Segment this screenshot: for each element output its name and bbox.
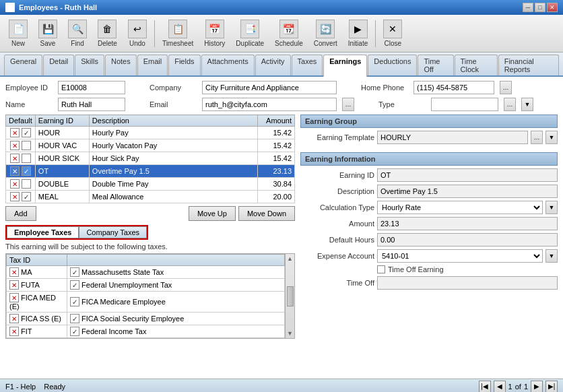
table-row[interactable]: ✕ HOUR VAC Hourly Vacaton Pay 15.42: [6, 139, 295, 152]
expense-account-select[interactable]: 5410-01: [377, 249, 543, 263]
earning-template-dropdown[interactable]: ▼: [545, 131, 558, 144]
type-dropdown[interactable]: ▼: [521, 98, 533, 111]
table-row[interactable]: ✕ ✓ OT Overtime Pay 1.5 23.13: [6, 165, 295, 178]
tab-timeoff[interactable]: Time Off: [418, 55, 453, 75]
check-box[interactable]: ✓: [70, 297, 79, 306]
tab-deductions[interactable]: Deductions: [368, 55, 417, 75]
tab-activity[interactable]: Activity: [255, 55, 291, 75]
move-up-button[interactable]: Move Up: [189, 206, 236, 221]
earning-template-browse[interactable]: …: [531, 131, 543, 144]
type-browse[interactable]: …: [504, 98, 516, 111]
delete-button[interactable]: 🗑 Delete: [93, 18, 122, 49]
tab-general[interactable]: General: [4, 55, 42, 75]
table-row[interactable]: ✕ ✓ MEAL Meal Allowance 20.00: [6, 191, 295, 203]
table-row[interactable]: ✕ HOUR SICK Hour Sick Pay 15.42: [6, 152, 295, 165]
history-button[interactable]: 📅 History: [199, 18, 230, 49]
earning-group-section: Earning Group Earning Template … ▼: [300, 115, 558, 147]
table-row[interactable]: ✕ ✓ HOUR Hourly Pay 15.42: [6, 127, 295, 139]
new-button[interactable]: 📄 New: [4, 18, 32, 49]
name-label: Name: [5, 100, 53, 108]
x-check[interactable]: ✕: [9, 314, 19, 323]
employee-id-field[interactable]: [58, 81, 125, 94]
duplicate-label: Duplicate: [236, 40, 264, 47]
x-check[interactable]: ✕: [10, 141, 20, 150]
earning-template-field[interactable]: [377, 131, 528, 144]
earning-id-cell: HOUR SICK: [35, 152, 89, 165]
tab-taxes[interactable]: Taxes: [292, 55, 323, 75]
last-page-button[interactable]: ▶|: [545, 381, 558, 393]
check-box[interactable]: ✓: [70, 327, 79, 336]
tab-earnings[interactable]: Earnings: [323, 55, 367, 77]
schedule-button[interactable]: 📆 Schedule: [270, 18, 308, 49]
company-field[interactable]: [202, 81, 337, 94]
description-row: Description: [300, 185, 558, 198]
check-box[interactable]: ✓: [70, 314, 79, 323]
description-field[interactable]: [377, 185, 558, 198]
tab-email[interactable]: Email: [137, 55, 168, 75]
expense-account-dropdown[interactable]: ▼: [545, 249, 558, 263]
duplicate-button[interactable]: 📑 Duplicate: [231, 18, 269, 49]
x-check[interactable]: ✕: [9, 327, 19, 336]
employee-taxes-tab[interactable]: Employee Taxes: [7, 226, 79, 238]
save-button[interactable]: 💾 Save: [34, 18, 62, 49]
home-phone-field[interactable]: [413, 81, 494, 94]
earning-template-label: Earning Template: [300, 133, 374, 141]
home-phone-browse[interactable]: …: [500, 81, 512, 94]
tab-detail[interactable]: Detail: [43, 55, 74, 75]
x-check[interactable]: ✕: [10, 179, 20, 189]
type-field[interactable]: [431, 98, 498, 111]
first-page-button[interactable]: |◀: [479, 381, 491, 393]
company-taxes-tab[interactable]: Company Taxes: [79, 226, 147, 238]
earning-id-field[interactable]: [377, 168, 558, 182]
tab-attachments[interactable]: Attachments: [201, 55, 255, 75]
move-down-button[interactable]: Move Down: [238, 206, 295, 221]
tab-fields[interactable]: Fields: [168, 55, 200, 75]
table-row[interactable]: ✕ DOUBLE Double Time Pay 30.84: [6, 178, 295, 191]
minimize-button[interactable]: ─: [523, 3, 533, 12]
check-box[interactable]: ✓: [70, 280, 79, 290]
close-button[interactable]: ✕ Close: [378, 18, 407, 49]
next-page-button[interactable]: ▶: [531, 381, 543, 393]
time-off-earning-check[interactable]: [377, 265, 385, 273]
check-box[interactable]: [22, 141, 31, 150]
name-field[interactable]: [58, 98, 125, 111]
x-check[interactable]: ✕: [10, 166, 20, 176]
tab-financial[interactable]: Financial Reports: [498, 55, 559, 75]
x-check[interactable]: ✕: [10, 154, 20, 163]
x-check[interactable]: ✕: [9, 293, 19, 302]
check-box[interactable]: [22, 154, 31, 163]
tab-skills[interactable]: Skills: [75, 55, 104, 75]
calc-type-dropdown[interactable]: ▼: [545, 201, 558, 214]
timesheet-button[interactable]: 📋 Timesheet: [158, 18, 198, 49]
calc-type-select[interactable]: Hourly Rate: [377, 201, 543, 214]
time-off-field[interactable]: [377, 276, 558, 290]
status-right: |◀ ◀ 1 of 1 ▶ ▶|: [479, 381, 558, 393]
check-box[interactable]: ✓: [22, 128, 31, 137]
close-window-button[interactable]: ✕: [547, 3, 558, 12]
x-check[interactable]: ✕: [10, 128, 20, 137]
initiate-button[interactable]: ▶ Initiate: [343, 18, 372, 49]
email-browse[interactable]: …: [342, 98, 354, 111]
add-button[interactable]: Add: [5, 206, 36, 221]
tax-row: ✕ FIT ✓ Federal Income Tax: [7, 325, 285, 338]
find-button[interactable]: 🔍 Find: [63, 18, 92, 49]
undo-button[interactable]: ↩ Undo: [123, 18, 152, 49]
tab-notes[interactable]: Notes: [105, 55, 137, 75]
check-box[interactable]: ✓: [22, 192, 31, 201]
email-field[interactable]: [202, 98, 337, 111]
default-hours-field[interactable]: [377, 233, 558, 247]
x-check[interactable]: ✕: [9, 280, 19, 290]
x-check[interactable]: ✕: [10, 192, 20, 201]
title-bar-left: Employees - Ruth Hall: [5, 3, 97, 12]
tax-desc-cell: ✓ Federal Income Tax: [67, 325, 285, 338]
check-box[interactable]: ✓: [22, 166, 31, 176]
maximize-button[interactable]: □: [535, 3, 545, 12]
tab-timeclock[interactable]: Time Clock: [455, 55, 498, 75]
check-box[interactable]: ✓: [70, 267, 79, 277]
convert-button[interactable]: 🔄 Convert: [309, 18, 342, 49]
prev-page-button[interactable]: ◀: [494, 381, 506, 393]
x-check[interactable]: ✕: [9, 267, 19, 277]
scrollbar[interactable]: ▲ ▼: [285, 254, 294, 338]
check-box[interactable]: [22, 179, 31, 189]
amount-field[interactable]: [377, 217, 558, 230]
